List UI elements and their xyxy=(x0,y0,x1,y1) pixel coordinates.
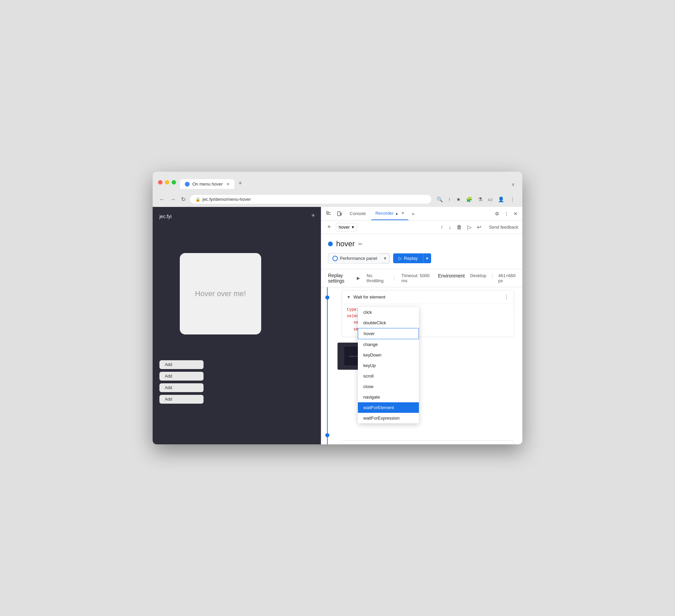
title-bar: On menu hover ✕ + ∨ xyxy=(153,172,522,192)
hover-card-text: Hover over me! xyxy=(195,289,246,298)
tab-recorder[interactable]: Recorder ▲ ✕ xyxy=(371,207,408,220)
back-button[interactable]: ← xyxy=(158,195,166,204)
recording-select-dropdown-icon: ▾ xyxy=(352,225,354,230)
replay-button-label: Replay xyxy=(404,256,418,261)
dropdown-item-navigate[interactable]: navigate xyxy=(358,392,419,402)
close-recorder-tab-icon[interactable]: ✕ xyxy=(401,211,404,215)
replay-settings-bar: Replay settings ▶ No throttling | Timeou… xyxy=(321,269,522,287)
timeline-dot-1 xyxy=(325,295,329,300)
performance-panel-button[interactable]: Performance panel xyxy=(328,253,381,263)
dropdown-item-keyup[interactable]: keyUp xyxy=(358,360,419,371)
settings-divider-1: | xyxy=(393,276,394,281)
replay-settings-title: Replay settings xyxy=(328,273,355,284)
add-recording-button[interactable]: + xyxy=(325,223,333,231)
wait-for-element-header[interactable]: ▼ Wait for element ⋮ xyxy=(342,290,514,304)
recording-select[interactable]: hover ▾ xyxy=(336,223,358,231)
profile-button[interactable]: 👤 xyxy=(496,195,506,204)
address-input[interactable]: 🔒 jec.fyi/demo/menu-hover xyxy=(190,194,432,204)
replay-button[interactable]: ▷ Replay xyxy=(393,253,423,263)
play-once-button[interactable]: ▷ xyxy=(465,223,474,232)
wait-for-element-container: ▼ Wait for element ⋮ type: xyxy=(338,290,518,337)
step-2-menu-button[interactable]: ⋮ xyxy=(504,444,509,444)
timeline-steps-layout: ▼ Wait for element ⋮ type: xyxy=(321,287,522,444)
sidebar-button[interactable]: ▭ xyxy=(486,195,495,204)
svg-rect-3 xyxy=(338,212,340,216)
import-button[interactable]: ↓ xyxy=(446,223,453,232)
dropdown-item-waitforexpression[interactable]: waitForExpression xyxy=(358,413,419,423)
tab-overflow-button[interactable]: ∨ xyxy=(509,180,517,189)
tab-bar: On menu hover ✕ + ∨ xyxy=(180,178,517,189)
device-toolbar-icon[interactable] xyxy=(335,210,344,218)
add-step-button-4[interactable]: Add xyxy=(159,395,204,404)
dropdown-item-hover[interactable]: hover xyxy=(358,328,419,339)
edit-recording-name-icon[interactable]: ✏ xyxy=(358,241,363,247)
add-step-button-3[interactable]: Add xyxy=(159,383,204,392)
steps-list: ▼ Wait for element ⋮ type: xyxy=(333,287,522,444)
share-button[interactable]: ↑ xyxy=(446,195,453,204)
title-bar-top: On menu hover ✕ + ∨ xyxy=(158,176,517,189)
dropdown-item-waitforelement[interactable]: waitForElement xyxy=(358,402,419,413)
step-1-menu-button[interactable]: ⋮ xyxy=(504,294,509,300)
devtools-settings-button[interactable]: ⚙ xyxy=(493,210,501,218)
close-window-button[interactable] xyxy=(158,180,162,185)
maximize-window-button[interactable] xyxy=(172,180,176,185)
dropdown-item-keydown[interactable]: keyDown xyxy=(358,350,419,360)
url-text: jec.fyi/demo/menu-hover xyxy=(203,197,251,202)
timeline-dot-2 xyxy=(325,433,329,437)
replay-settings-arrow: ▶ xyxy=(357,276,360,281)
export-button[interactable]: ↑ xyxy=(438,223,445,232)
theme-toggle-button[interactable]: ☀ xyxy=(311,212,315,219)
devtools-right-icons: ⚙ ⋮ ✕ xyxy=(493,210,520,218)
tab-favicon xyxy=(185,182,190,187)
more-tabs-button[interactable]: » xyxy=(410,210,417,218)
devtools-tab-bar: Console Recorder ▲ ✕ » ⚙ ⋮ ✕ xyxy=(321,207,522,220)
extensions-button[interactable]: 🧩 xyxy=(464,195,475,204)
devtools-content: hover ✏ Performance panel ▾ xyxy=(321,234,522,444)
dropdown-item-doubleclick[interactable]: doubleClick xyxy=(358,317,419,328)
click-step-header[interactable]: ▶ Click ⋮ xyxy=(342,441,514,444)
performance-panel-dropdown-button[interactable]: ▾ xyxy=(381,253,389,263)
add-step-button-1[interactable]: Add xyxy=(159,360,204,369)
refresh-button[interactable]: ↻ xyxy=(180,195,187,204)
step-1-toggle-icon: ▼ xyxy=(347,295,351,300)
browser-tab[interactable]: On menu hover ✕ xyxy=(180,179,234,189)
devtools-more-button[interactable]: ⋮ xyxy=(502,210,511,218)
browser-window: On menu hover ✕ + ∨ ← → ↻ 🔒 jec.fyi/demo… xyxy=(153,172,522,444)
new-tab-button[interactable]: + xyxy=(235,178,246,189)
undo-button[interactable]: ↩ xyxy=(475,223,483,232)
dropdown-item-click[interactable]: click xyxy=(358,307,419,317)
recording-info: hover ✏ Performance panel ▾ xyxy=(321,234,522,269)
traffic-lights xyxy=(158,180,176,185)
recording-title: hover xyxy=(336,239,355,248)
search-button[interactable]: 🔍 xyxy=(435,195,445,204)
delete-button[interactable]: 🗑 xyxy=(455,223,464,232)
tab-close-button[interactable]: ✕ xyxy=(226,182,230,187)
send-feedback-link[interactable]: Send feedback xyxy=(489,225,518,230)
element-selector-icon[interactable] xyxy=(324,210,333,218)
hover-card[interactable]: Hover over me! xyxy=(180,253,261,334)
tab-recorder-label: Recorder xyxy=(375,211,393,216)
dropdown-item-close[interactable]: close xyxy=(358,381,419,392)
minimize-window-button[interactable] xyxy=(165,180,169,185)
replay-options-button[interactable]: ▾ xyxy=(423,253,431,263)
replay-play-icon: ▷ xyxy=(399,256,402,261)
timeline-line xyxy=(327,287,328,444)
performance-panel-control: Performance panel ▾ xyxy=(328,253,390,264)
dropdown-item-change[interactable]: change xyxy=(358,339,419,350)
performance-panel-icon xyxy=(332,256,338,261)
browser-toolbar-icons: 🔍 ↑ ★ 🧩 ⚗ ▭ 👤 ⋮ xyxy=(435,195,517,204)
experiments-button[interactable]: ⚗ xyxy=(476,195,484,204)
devtools-close-button[interactable]: ✕ xyxy=(512,210,520,218)
forward-button[interactable]: → xyxy=(169,195,177,204)
desktop-label: Desktop xyxy=(470,273,486,283)
page-content: jec.fyi ☀ Hover over me! Add Add Add Add xyxy=(153,207,321,444)
tab-console[interactable]: Console xyxy=(346,207,370,220)
step-1-title: Wait for element xyxy=(353,294,385,300)
dropdown-item-scroll[interactable]: scroll xyxy=(358,371,419,381)
code-key-type: type: xyxy=(347,307,359,313)
page-logo: jec.fyi xyxy=(159,214,172,219)
bookmark-button[interactable]: ★ xyxy=(454,195,463,204)
recording-status-dot xyxy=(328,242,333,246)
add-step-button-2[interactable]: Add xyxy=(159,372,204,381)
more-button[interactable]: ⋮ xyxy=(508,195,517,204)
